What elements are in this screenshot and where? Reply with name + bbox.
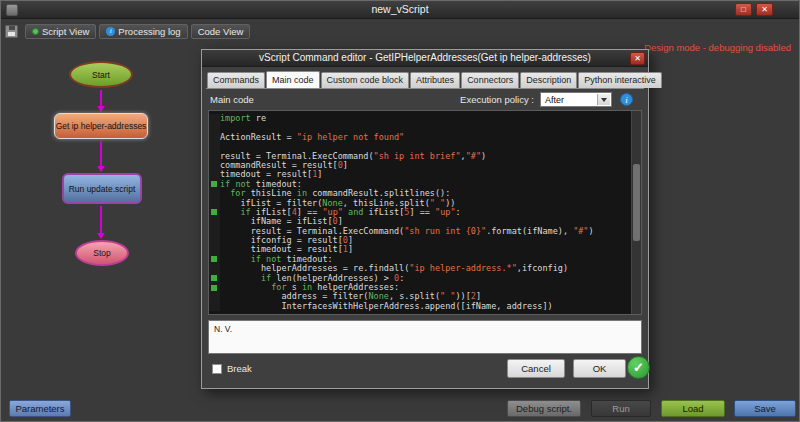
code-editor[interactable]: import reActionResult = "ip helper not f… — [208, 110, 642, 315]
tab-commands[interactable]: Commands — [207, 72, 265, 88]
title-bar: new_vScript □ ✕ — [1, 1, 799, 19]
code-line: import re — [209, 114, 630, 123]
vscript-command-editor-dialog: vScript Command editor - GetIPHelperAddr… — [201, 49, 649, 389]
gutter-cell[interactable] — [209, 152, 220, 161]
execution-policy-value: After — [545, 95, 564, 105]
green-dot-icon — [32, 28, 39, 35]
flow-node-stop[interactable]: Stop — [75, 240, 129, 266]
main-code-label: Main code — [210, 94, 254, 105]
validation-check-icon[interactable]: ✓ — [627, 356, 650, 379]
gutter-cell[interactable] — [209, 114, 220, 123]
load-button[interactable]: Load — [661, 400, 725, 417]
gutter-cell[interactable] — [209, 264, 220, 273]
gutter-cell[interactable] — [209, 292, 220, 301]
tab-processing-log-label: Processing log — [118, 26, 180, 37]
cancel-button[interactable]: Cancel — [507, 359, 565, 378]
flow-node-run-update-script[interactable]: Run update.script — [62, 173, 142, 204]
tab-script-view[interactable]: Script View — [25, 24, 96, 39]
tab-main-code[interactable]: Main code — [266, 71, 320, 88]
flow-arrow — [100, 206, 102, 234]
tab-custom-code-block[interactable]: Custom code block — [321, 72, 410, 88]
tab-description[interactable]: Description — [520, 72, 577, 88]
break-option[interactable]: Break — [212, 363, 252, 374]
tab-python-interactive[interactable]: Python interactive — [578, 72, 662, 88]
gutter-cell[interactable] — [209, 227, 220, 236]
chevron-down-icon[interactable] — [597, 94, 610, 105]
flow-arrow — [100, 90, 102, 107]
tab-script-view-label: Script View — [42, 26, 89, 37]
debug-script-button[interactable]: Debug script. — [507, 400, 581, 417]
gutter-cell[interactable] — [209, 199, 220, 208]
gutter-cell[interactable] — [209, 302, 220, 311]
gutter-cell[interactable] — [209, 236, 220, 245]
ok-button[interactable]: OK — [573, 359, 626, 378]
info-icon: i — [106, 27, 115, 36]
gutter-cell[interactable] — [209, 161, 220, 170]
tab-code-view[interactable]: Code View — [191, 24, 251, 39]
maximize-button[interactable]: □ — [735, 3, 752, 16]
break-checkbox[interactable] — [212, 364, 222, 374]
scrollbar-thumb[interactable] — [633, 164, 640, 241]
execution-policy-select[interactable]: After — [540, 92, 612, 107]
code-line-text: InterfacesWithHelperAddress.append([ifNa… — [220, 302, 553, 311]
code-line-text: import re — [220, 114, 266, 123]
parameters-button[interactable]: Parameters — [9, 400, 71, 417]
tab-divider — [206, 88, 644, 89]
gutter-cell[interactable] — [209, 142, 220, 151]
close-button[interactable]: ✕ — [756, 3, 773, 16]
code-line: InterfacesWithHelperAddress.append([ifNa… — [209, 302, 630, 311]
window-title: new_vScript — [1, 3, 799, 15]
execution-policy-label: Execution policy : — [460, 94, 534, 105]
flow-node-start[interactable]: Start — [69, 61, 133, 88]
breakpoint-marker-icon[interactable] — [209, 255, 220, 264]
code-line: ActionResult = "ip helper not found" — [209, 133, 630, 142]
code-lines: import reActionResult = "ip helper not f… — [209, 114, 630, 311]
gutter-cell[interactable] — [209, 245, 220, 254]
breakpoint-marker-icon[interactable] — [209, 283, 220, 292]
flow-node-get-ip-helper-addresses[interactable]: Get ip helper-addresses — [54, 113, 148, 139]
main-code-header-row: Main code Execution policy : After i — [210, 92, 640, 108]
notes-panel[interactable]: N. V. — [208, 320, 642, 354]
save-icon[interactable] — [5, 25, 18, 38]
flow-arrow — [100, 141, 102, 167]
gutter-cell[interactable] — [209, 123, 220, 132]
code-line-text: ActionResult = "ip helper not found" — [220, 133, 404, 142]
dialog-tabs: CommandsMain codeCustom code blockAttrib… — [207, 71, 663, 88]
breakpoint-marker-icon[interactable] — [209, 180, 220, 189]
tab-attributes[interactable]: Attributes — [410, 72, 460, 88]
gutter-cell[interactable] — [209, 189, 220, 198]
gutter-cell[interactable] — [209, 217, 220, 226]
execution-policy-info-icon[interactable]: i — [620, 93, 633, 106]
dialog-title: vScript Command editor - GetIPHelperAddr… — [202, 52, 648, 63]
breakpoint-marker-icon[interactable] — [209, 208, 220, 217]
toolbar: Script View i Processing log Code View — [1, 22, 799, 40]
main-window: new_vScript □ ✕ Script View i Processing… — [0, 0, 800, 422]
run-button[interactable]: Run — [591, 400, 651, 417]
save-button[interactable]: Save — [734, 400, 796, 417]
dialog-close-button[interactable]: ✕ — [630, 52, 645, 65]
design-mode-status: Design mode - debugging disabled — [644, 42, 791, 53]
gutter-cell[interactable] — [209, 170, 220, 179]
dialog-title-bar: vScript Command editor - GetIPHelperAddr… — [202, 50, 648, 67]
gutter-cell[interactable] — [209, 133, 220, 142]
break-label: Break — [227, 363, 252, 374]
code-scrollbar[interactable] — [631, 111, 641, 314]
tab-connectors[interactable]: Connectors — [461, 72, 519, 88]
tab-code-view-label: Code View — [198, 26, 244, 37]
tab-processing-log[interactable]: i Processing log — [99, 24, 187, 39]
breakpoint-marker-icon[interactable] — [209, 274, 220, 283]
